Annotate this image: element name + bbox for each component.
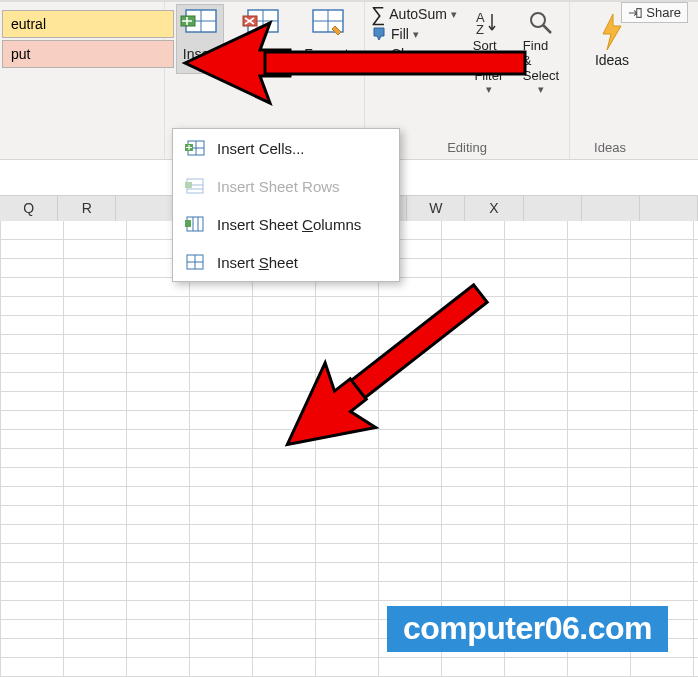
- style-swatch-neutral[interactable]: eutral: [2, 10, 174, 38]
- column-header[interactable]: Q: [0, 196, 58, 221]
- insert-cells-item[interactable]: Insert Cells...: [173, 129, 399, 167]
- cell-styles-group: eutral put: [0, 0, 165, 159]
- column-header[interactable]: [582, 196, 640, 221]
- style-swatch-label: eutral: [11, 16, 46, 32]
- share-icon: [628, 6, 642, 20]
- style-swatch-bad[interactable]: put: [2, 40, 174, 68]
- menu-item-label: Insert Sheet Rows: [217, 178, 340, 195]
- insert-rows-icon: [185, 177, 205, 195]
- insert-cells-icon: [185, 139, 205, 157]
- column-header[interactable]: [640, 196, 698, 221]
- watermark-text: computer06.com: [403, 610, 652, 646]
- watermark: computer06.com: [387, 606, 668, 652]
- ideas-group: Ideas Ideas: [570, 0, 650, 159]
- svg-line-14: [543, 25, 551, 33]
- style-swatch-label: put: [11, 46, 30, 62]
- ideas-group-label: Ideas: [570, 140, 650, 155]
- ideas-button-label: Ideas: [595, 52, 629, 68]
- annotation-arrow-1: [170, 18, 540, 118]
- menu-item-label: Insert Cells...: [217, 140, 305, 157]
- svg-rect-26: [185, 220, 191, 227]
- share-button[interactable]: Share: [621, 2, 688, 23]
- share-label: Share: [646, 5, 681, 20]
- svg-rect-22: [185, 182, 192, 188]
- svg-rect-31: [265, 52, 525, 74]
- annotation-arrow-2: [270, 195, 530, 495]
- insert-columns-icon: [185, 215, 205, 233]
- column-header[interactable]: R: [58, 196, 116, 221]
- column-header[interactable]: [116, 196, 174, 221]
- column-header[interactable]: [524, 196, 582, 221]
- insert-sheet-icon: [185, 253, 205, 271]
